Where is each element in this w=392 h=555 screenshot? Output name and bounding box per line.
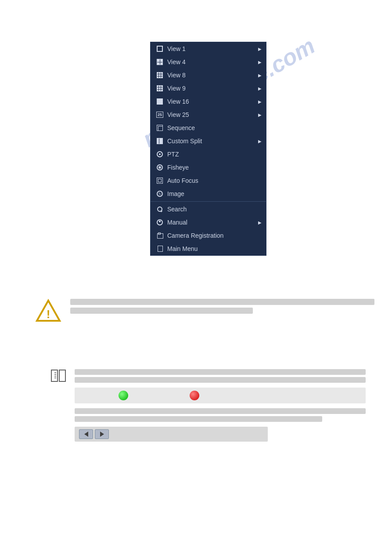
view8-icon xyxy=(156,71,164,79)
menu-label-view9: View 9 xyxy=(167,85,186,92)
menu-label-view16: View 16 xyxy=(167,98,189,105)
bottom-filler xyxy=(0,466,392,555)
menu-label-view25: View 25 xyxy=(167,111,189,118)
context-menu: View 1 View 4 View 8 View 9 View xyxy=(150,42,266,256)
ptz-icon xyxy=(156,150,164,158)
note-section xyxy=(75,369,366,442)
menu-item-manual[interactable]: Manual xyxy=(151,216,266,229)
camera-icon xyxy=(156,232,164,239)
search-icon xyxy=(156,205,164,213)
menu-item-view16[interactable]: View 16 xyxy=(151,95,266,108)
svg-rect-2 xyxy=(51,370,58,381)
menu-label-image: Image xyxy=(167,190,184,197)
view9-icon xyxy=(156,84,164,92)
note-line-3 xyxy=(75,408,366,414)
menu-label-view1: View 1 xyxy=(167,45,186,52)
view4-icon xyxy=(156,58,164,66)
menu-label-fisheye: Fisheye xyxy=(167,164,189,171)
red-indicator xyxy=(190,391,199,400)
warning-section: ! xyxy=(35,299,374,316)
menu-item-search[interactable]: Search xyxy=(151,203,266,216)
menu-item-main-menu[interactable]: Main Menu xyxy=(151,242,266,255)
menu-label-ptz: PTZ xyxy=(167,151,179,158)
book-icon-wrap xyxy=(50,369,66,384)
menu-label-sequence: Sequence xyxy=(167,124,195,131)
book-icon xyxy=(50,369,66,382)
prev-arrow-icon xyxy=(84,432,88,437)
warning-icon-wrap: ! xyxy=(35,299,61,325)
warning-text-line-1 xyxy=(70,299,374,305)
menu-label-view4: View 4 xyxy=(167,58,186,65)
menu-label-manual: Manual xyxy=(167,219,187,226)
nav-controls-row xyxy=(75,427,268,442)
menu-label-view8: View 8 xyxy=(167,72,186,79)
menu-label-search: Search xyxy=(167,206,187,213)
sequence-icon xyxy=(156,124,164,132)
menu-item-view25[interactable]: 25 View 25 xyxy=(151,108,266,121)
note-content xyxy=(75,369,366,442)
note-line-4 xyxy=(75,416,322,422)
green-indicator xyxy=(119,391,128,400)
menu-divider-1 xyxy=(151,201,266,202)
next-button[interactable] xyxy=(95,429,109,439)
prev-button[interactable] xyxy=(79,429,93,439)
image-icon xyxy=(156,190,164,198)
fisheye-icon xyxy=(156,163,164,171)
view16-icon xyxy=(156,98,164,105)
menu-item-fisheye[interactable]: Fisheye xyxy=(151,161,266,174)
custom-split-icon xyxy=(156,137,164,145)
menu-label-camera-registration: Camera Registration xyxy=(167,232,223,239)
next-arrow-icon xyxy=(100,432,104,437)
note-line-1 xyxy=(75,369,366,375)
menu-item-view9[interactable]: View 9 xyxy=(151,82,266,95)
menu-item-autofocus[interactable]: Auto Focus xyxy=(151,174,266,187)
menu-label-main-menu: Main Menu xyxy=(167,245,198,252)
view1-icon xyxy=(156,45,164,53)
view25-icon: 25 xyxy=(156,111,164,119)
autofocus-icon xyxy=(156,177,164,185)
menu-item-camera-registration[interactable]: Camera Registration xyxy=(151,229,266,242)
svg-text:!: ! xyxy=(47,308,50,321)
mainmenu-icon xyxy=(156,245,164,253)
menu-label-custom-split: Custom Split xyxy=(167,138,202,145)
menu-item-view1[interactable]: View 1 xyxy=(151,42,266,55)
menu-item-sequence[interactable]: Sequence xyxy=(151,121,266,134)
warning-text-line-2 xyxy=(70,308,253,314)
menu-item-view8[interactable]: View 8 xyxy=(151,69,266,82)
warning-triangle-icon: ! xyxy=(35,299,61,323)
note-line-2 xyxy=(75,377,366,383)
menu-item-custom-split[interactable]: Custom Split xyxy=(151,134,266,148)
manual-icon xyxy=(156,218,164,226)
menu-item-view4[interactable]: View 4 xyxy=(151,55,266,69)
warning-content xyxy=(70,299,374,316)
menu-label-autofocus: Auto Focus xyxy=(167,177,198,184)
svg-rect-3 xyxy=(59,370,65,381)
menu-item-image[interactable]: Image xyxy=(151,187,266,200)
controls-row xyxy=(75,388,366,403)
menu-item-ptz[interactable]: PTZ xyxy=(151,148,266,161)
